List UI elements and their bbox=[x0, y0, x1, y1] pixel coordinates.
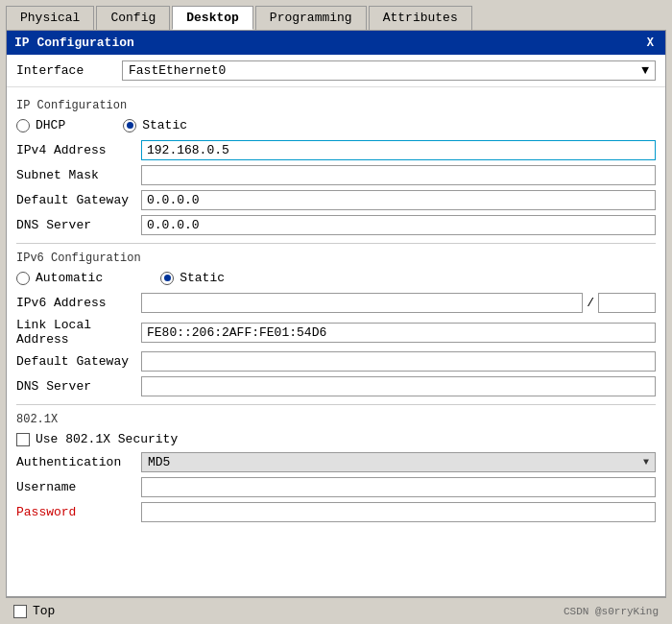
link-local-input[interactable] bbox=[141, 323, 656, 343]
dot1x-checkbox-label: Use 802.1X Security bbox=[36, 432, 178, 446]
interface-dropdown-arrow: ▼ bbox=[641, 63, 649, 78]
automatic-label: Automatic bbox=[36, 271, 103, 285]
ipv6-address-row: IPv6 Address / bbox=[16, 293, 656, 313]
auth-value: MD5 bbox=[148, 455, 170, 469]
ipv4-dns-label: DNS Server bbox=[16, 218, 141, 232]
tab-config[interactable]: Config bbox=[96, 6, 170, 30]
top-label: Top bbox=[33, 604, 55, 618]
password-label: Password bbox=[16, 505, 141, 519]
ipv6-static-label: Static bbox=[180, 271, 225, 285]
ipv6-dns-label: DNS Server bbox=[16, 379, 141, 394]
ipv6-dns-row: DNS Server bbox=[16, 376, 656, 396]
subnet-mask-input[interactable] bbox=[141, 165, 656, 185]
automatic-radio-circle bbox=[16, 272, 30, 285]
ipv6-slash: / bbox=[587, 296, 594, 310]
ipv6-gateway-row: Default Gateway bbox=[16, 351, 656, 372]
ipv6-section: IPv6 Configuration Automatic Static IPv6… bbox=[16, 252, 656, 396]
bottom-left: Top bbox=[13, 604, 55, 618]
ipv4-gateway-label: Default Gateway bbox=[16, 193, 141, 207]
dot1x-checkbox-row: Use 802.1X Security bbox=[16, 432, 656, 446]
form-area: IP Configuration DHCP Static IPv4 Addres… bbox=[7, 87, 665, 596]
ipv6-static-radio[interactable]: Static bbox=[160, 271, 225, 285]
interface-select[interactable]: FastEthernet0 ▼ bbox=[122, 60, 656, 81]
tab-programming[interactable]: Programming bbox=[255, 6, 367, 30]
main-window: Physical Config Desktop Programming Attr… bbox=[0, 0, 672, 624]
ipv4-address-input[interactable] bbox=[141, 140, 656, 160]
top-checkbox[interactable] bbox=[13, 605, 27, 618]
dhcp-label: DHCP bbox=[36, 118, 65, 132]
subnet-mask-label: Subnet Mask bbox=[16, 168, 141, 182]
ipv4-address-row: IPv4 Address bbox=[16, 140, 656, 160]
auth-row: Authentication MD5 ▼ bbox=[16, 452, 656, 472]
ipv6-address-input[interactable] bbox=[141, 293, 583, 313]
subnet-mask-row: Subnet Mask bbox=[16, 165, 656, 185]
password-input[interactable] bbox=[141, 502, 656, 522]
ipv4-radio-row: DHCP Static bbox=[16, 118, 656, 132]
auth-dropdown-arrow: ▼ bbox=[643, 457, 649, 468]
tab-desktop[interactable]: Desktop bbox=[172, 6, 253, 30]
username-label: Username bbox=[16, 480, 141, 494]
interface-label: Interface bbox=[16, 63, 122, 78]
automatic-radio[interactable]: Automatic bbox=[16, 271, 103, 285]
dhcp-radio[interactable]: DHCP bbox=[16, 118, 65, 132]
ipv6-prefix-input[interactable] bbox=[598, 293, 656, 313]
username-input[interactable] bbox=[141, 477, 656, 497]
ipv4-static-radio[interactable]: Static bbox=[123, 118, 187, 132]
bottom-bar: Top CSDN @s0rryKing bbox=[6, 597, 666, 624]
ipv4-gateway-input[interactable] bbox=[141, 190, 656, 210]
link-local-row: Link Local Address bbox=[16, 318, 656, 347]
ipv6-gateway-input[interactable] bbox=[141, 351, 656, 372]
auth-label: Authentication bbox=[16, 455, 141, 469]
interface-value: FastEthernet0 bbox=[129, 63, 226, 78]
tab-physical[interactable]: Physical bbox=[6, 6, 94, 30]
ipv4-section-header: IP Configuration bbox=[16, 99, 656, 112]
ipv4-gateway-row: Default Gateway bbox=[16, 190, 656, 210]
link-local-label: Link Local Address bbox=[16, 318, 141, 347]
watermark: CSDN @s0rryKing bbox=[564, 606, 659, 617]
tab-attributes[interactable]: Attributes bbox=[369, 6, 472, 30]
ipv4-section: IP Configuration DHCP Static IPv4 Addres… bbox=[16, 99, 656, 235]
interface-row: Interface FastEthernet0 ▼ bbox=[7, 55, 665, 87]
tab-bar: Physical Config Desktop Programming Attr… bbox=[0, 0, 672, 30]
title-bar-text: IP Configuration bbox=[14, 36, 134, 50]
ipv6-divider bbox=[16, 404, 656, 405]
dot1x-header: 802.1X bbox=[16, 413, 656, 426]
ipv4-static-label: Static bbox=[142, 118, 187, 132]
ipv6-radio-row: Automatic Static bbox=[16, 271, 656, 285]
auth-select[interactable]: MD5 ▼ bbox=[141, 452, 656, 472]
ipv6-gateway-label: Default Gateway bbox=[16, 354, 141, 369]
ipv6-static-radio-circle bbox=[160, 272, 174, 285]
username-row: Username bbox=[16, 477, 656, 497]
dhcp-radio-circle bbox=[16, 119, 30, 132]
ipv4-divider bbox=[16, 243, 656, 244]
dot1x-checkbox[interactable] bbox=[16, 433, 30, 446]
close-button[interactable]: X bbox=[643, 36, 658, 50]
ipv4-address-label: IPv4 Address bbox=[16, 143, 141, 157]
ipv4-static-radio-circle bbox=[123, 119, 136, 132]
ipv4-dns-input[interactable] bbox=[141, 215, 656, 235]
ipv4-dns-row: DNS Server bbox=[16, 215, 656, 235]
dot1x-section: 802.1X Use 802.1X Security Authenticatio… bbox=[16, 413, 656, 522]
ipv6-address-inputs: / bbox=[141, 293, 656, 313]
password-row: Password bbox=[16, 502, 656, 522]
ipv6-section-header: IPv6 Configuration bbox=[16, 252, 656, 265]
ipv6-dns-input[interactable] bbox=[141, 376, 656, 396]
content-area: IP Configuration X Interface FastEtherne… bbox=[6, 30, 666, 597]
title-bar: IP Configuration X bbox=[7, 31, 665, 55]
ipv6-address-label: IPv6 Address bbox=[16, 296, 141, 310]
